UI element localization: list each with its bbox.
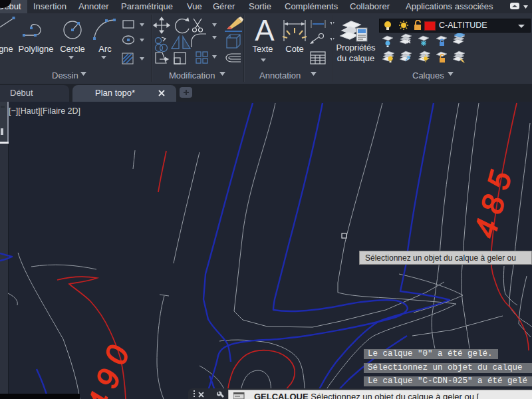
svg-text:490: 490 bbox=[80, 334, 138, 399]
svg-text:485: 485 bbox=[467, 160, 519, 241]
